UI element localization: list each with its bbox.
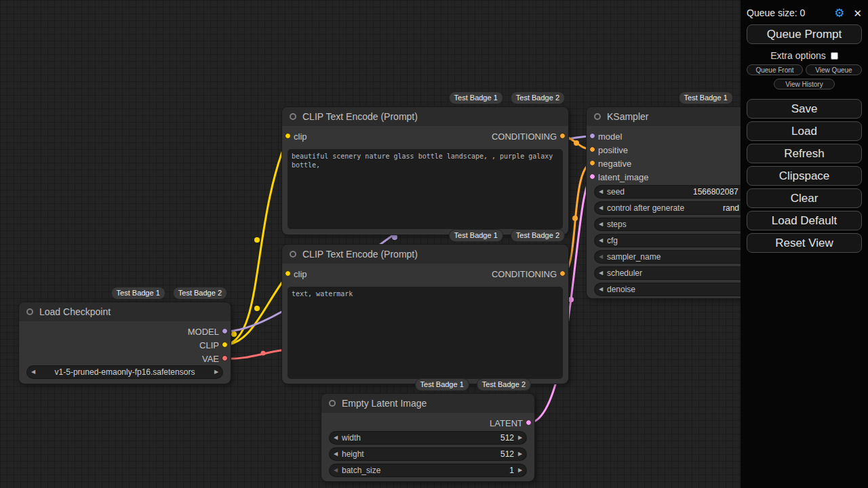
test-badge-2: Test Badge 2 xyxy=(511,92,564,104)
view-queue-button[interactable]: View Queue xyxy=(806,64,862,75)
node-badges: Test Badge 1 Test Badge 2 xyxy=(112,287,226,299)
next-arrow-icon[interactable]: ▶ xyxy=(514,448,526,460)
prev-arrow-icon[interactable]: ◀ xyxy=(595,235,607,247)
test-badge-1: Test Badge 1 xyxy=(112,287,165,299)
prev-arrow-icon[interactable]: ◀ xyxy=(595,202,607,214)
node-empty-latent-image[interactable]: Test Badge 1 Test Badge 2 Empty Latent I… xyxy=(321,394,534,481)
next-arrow-icon[interactable]: ▶ xyxy=(514,432,526,444)
prev-arrow-icon[interactable]: ◀ xyxy=(595,251,607,263)
settings-gear-icon[interactable]: ⚙ xyxy=(834,7,844,19)
queue-prompt-button[interactable]: Queue Prompt xyxy=(747,24,862,44)
ckpt-name-value: v1-5-pruned-emaonly-fp16.safetensors xyxy=(39,367,210,377)
height-widget[interactable]: ◀ height 512 ▶ xyxy=(330,448,526,460)
node-clip-text-encode-negative[interactable]: Test Badge 1 Test Badge 2 CLIP Text Enco… xyxy=(282,245,568,384)
prev-arrow-icon[interactable]: ◀ xyxy=(27,366,39,378)
conditioning-slot-dot[interactable] xyxy=(589,146,595,152)
test-badge-2: Test Badge 2 xyxy=(174,287,226,299)
close-icon[interactable]: ✕ xyxy=(853,8,862,18)
input-slot-clip[interactable]: clip xyxy=(282,129,307,143)
vae-slot-dot[interactable] xyxy=(222,355,228,361)
latent-slot-dot[interactable] xyxy=(526,420,532,426)
output-slot-vae[interactable]: VAE xyxy=(202,352,231,365)
prev-arrow-icon[interactable]: ◀ xyxy=(595,283,607,296)
test-badge-1: Test Badge 1 xyxy=(679,92,732,104)
ckpt-name-widget[interactable]: ◀ v1-5-pruned-emaonly-fp16.safetensors ▶ xyxy=(27,366,222,378)
next-arrow-icon[interactable]: ▶ xyxy=(210,366,222,378)
node-title-bar[interactable]: Load Checkpoint xyxy=(19,302,231,321)
output-slot-conditioning[interactable]: CONDITIONING xyxy=(492,129,568,143)
load-button[interactable]: Load xyxy=(747,121,862,141)
collapse-dot-icon[interactable] xyxy=(26,308,33,315)
prev-arrow-icon[interactable]: ◀ xyxy=(595,267,607,279)
test-badge-1: Test Badge 1 xyxy=(450,92,502,104)
conditioning-slot-dot[interactable] xyxy=(589,160,595,166)
node-title: CLIP Text Encode (Prompt) xyxy=(302,111,418,122)
input-slot-positive[interactable]: positive xyxy=(587,143,628,157)
negative-prompt-textarea[interactable]: text, watermark xyxy=(288,287,563,379)
view-history-button[interactable]: View History xyxy=(774,79,835,89)
positive-prompt-textarea[interactable]: beautiful scenery nature glass bottle la… xyxy=(288,149,563,229)
graph-canvas[interactable]: Test Badge 1 Test Badge 2 Load Checkpoin… xyxy=(0,0,868,488)
prev-arrow-icon[interactable]: ◀ xyxy=(330,448,342,460)
queue-front-button[interactable]: Queue Front xyxy=(747,64,803,75)
clear-button[interactable]: Clear xyxy=(747,188,862,208)
node-clip-text-encode-positive[interactable]: Test Badge 1 Test Badge 2 CLIP Text Enco… xyxy=(282,107,568,235)
output-slot-model[interactable]: MODEL xyxy=(188,325,231,338)
node-load-checkpoint[interactable]: Test Badge 1 Test Badge 2 Load Checkpoin… xyxy=(19,302,231,384)
seed-value: 1566802087 xyxy=(693,187,738,197)
clipspace-button[interactable]: Clipspace xyxy=(747,166,862,186)
extra-options-checkbox[interactable] xyxy=(831,52,838,60)
output-slot-clip[interactable]: CLIP xyxy=(199,338,231,352)
output-slot-latent[interactable]: LATENT xyxy=(490,416,534,430)
load-default-button[interactable]: Load Default xyxy=(747,211,862,230)
control-after-generate-value: rand xyxy=(723,203,739,213)
prev-arrow-icon[interactable]: ◀ xyxy=(595,186,607,198)
width-widget[interactable]: ◀ width 512 ▶ xyxy=(330,432,526,444)
conditioning-slot-dot[interactable] xyxy=(559,133,566,139)
clip-slot-dot[interactable] xyxy=(222,342,228,348)
node-title: CLIP Text Encode (Prompt) xyxy=(302,249,418,260)
test-badge-1: Test Badge 1 xyxy=(416,379,469,390)
collapse-dot-icon[interactable] xyxy=(290,251,296,258)
node-title: KSampler xyxy=(607,111,648,122)
test-badge-1: Test Badge 1 xyxy=(450,230,502,241)
input-slot-model[interactable]: model xyxy=(587,129,622,143)
clip-slot-dot[interactable] xyxy=(285,270,291,277)
clip-slot-dot[interactable] xyxy=(285,133,291,139)
collapse-dot-icon[interactable] xyxy=(594,113,601,120)
refresh-button[interactable]: Refresh xyxy=(747,144,862,163)
test-badge-2: Test Badge 2 xyxy=(511,230,564,241)
test-badge-2: Test Badge 2 xyxy=(477,379,530,390)
prev-arrow-icon[interactable]: ◀ xyxy=(330,432,342,444)
next-arrow-icon[interactable]: ▶ xyxy=(514,464,526,476)
model-slot-dot[interactable] xyxy=(589,133,595,139)
node-title: Empty Latent Image xyxy=(342,398,427,409)
reset-view-button[interactable]: Reset View xyxy=(747,233,862,253)
conditioning-slot-dot[interactable] xyxy=(559,270,566,277)
collapse-dot-icon[interactable] xyxy=(290,113,296,120)
node-badges: Test Badge 1 Test Badge 2 xyxy=(416,379,530,390)
model-slot-dot[interactable] xyxy=(222,328,228,334)
input-slot-clip[interactable]: clip xyxy=(282,267,307,281)
node-title-bar[interactable]: CLIP Text Encode (Prompt) xyxy=(282,107,568,126)
node-title: Load Checkpoint xyxy=(39,306,111,317)
save-button[interactable]: Save xyxy=(747,99,862,119)
latent-slot-dot[interactable] xyxy=(589,174,595,180)
input-slot-negative[interactable]: negative xyxy=(587,157,631,170)
queue-size-label: Queue size: 0 xyxy=(747,7,805,18)
prev-arrow-icon[interactable]: ◀ xyxy=(595,218,607,230)
node-badges: Test Badge 1 Test Badge 2 xyxy=(450,92,564,104)
prev-arrow-icon[interactable]: ◀ xyxy=(330,464,342,476)
input-slot-latent-image[interactable]: latent_image xyxy=(587,170,648,184)
menu-panel: Queue size: 0 ⚙ ✕ Queue Prompt Extra opt… xyxy=(741,0,868,488)
output-slot-conditioning[interactable]: CONDITIONING xyxy=(492,267,568,281)
node-badges: Test Badge 1 Test Badge 2 xyxy=(450,230,564,241)
collapse-dot-icon[interactable] xyxy=(329,400,336,407)
node-title-bar[interactable]: CLIP Text Encode (Prompt) xyxy=(282,245,568,264)
batch-size-widget[interactable]: ◀ batch_size 1 ▶ xyxy=(330,464,526,476)
node-title-bar[interactable]: Empty Latent Image xyxy=(321,394,534,413)
extra-options-label: Extra options xyxy=(770,50,826,61)
